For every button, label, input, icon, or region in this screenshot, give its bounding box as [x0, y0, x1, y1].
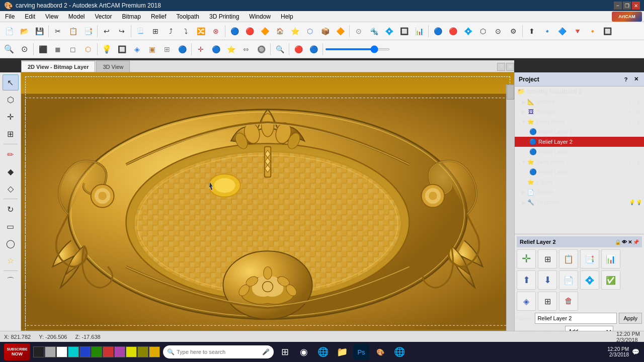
taskbar-search-btn[interactable]: ◉ [296, 344, 312, 360]
swatch-gray[interactable] [45, 346, 56, 357]
tb17[interactable]: ⊙ [352, 24, 366, 38]
tree-item-clipart[interactable]: ⭐ Clipart [515, 177, 644, 187]
transform-tool[interactable]: ✛ [3, 109, 19, 125]
menu-view[interactable]: View [40, 11, 63, 22]
taskbar-artcam-btn[interactable]: 🎨 [372, 344, 388, 360]
canvas-area[interactable] [21, 72, 514, 351]
tree-item-relief-layer[interactable]: 🔵 Relief Layer [515, 147, 644, 157]
taskbar-windows-btn[interactable]: ⊞ [277, 344, 293, 360]
tb23[interactable]: 🔴 [446, 24, 460, 38]
menu-window[interactable]: Window [244, 11, 276, 22]
relief-split-btn[interactable]: ⊞ [538, 292, 557, 311]
project-help-icon[interactable]: ? [622, 75, 630, 83]
tb15[interactable]: 📦 [318, 24, 332, 38]
relief-blank-btn[interactable]: 📄 [559, 270, 578, 290]
tb30[interactable]: 🔷 [555, 24, 569, 38]
solid-view-button[interactable]: ▣ [145, 42, 159, 56]
relief-pin-icon[interactable]: 📌 [633, 239, 639, 245]
relief-copy-btn[interactable]: 📋 [559, 249, 578, 268]
tb11[interactable]: 🔶 [258, 24, 272, 38]
scrollbar-vertical[interactable] [506, 84, 514, 351]
tb32[interactable]: 🔸 [585, 24, 599, 38]
view-top-button[interactable]: ⬛ [36, 42, 50, 56]
restore-button[interactable]: ❐ [623, 2, 631, 10]
swatch-yellow[interactable] [126, 346, 137, 357]
zoom-window-button[interactable]: 🔍 [2, 42, 16, 56]
tree-item-sheets[interactable]: ▶ 📄 Sheets [515, 187, 644, 197]
vectors-add-btn[interactable]: + [627, 98, 634, 105]
relief-flatten-btn[interactable]: 💠 [580, 270, 599, 290]
tb5[interactable]: ⤴ [164, 24, 178, 38]
tb29[interactable]: 🔹 [540, 24, 554, 38]
menu-help[interactable]: Help [276, 11, 298, 22]
tb9[interactable]: 🔵 [227, 24, 242, 38]
swatch-purple[interactable] [114, 346, 125, 357]
sculpt-tool[interactable]: ◆ [3, 163, 19, 179]
view-3d-button[interactable]: 🔲 [115, 42, 129, 56]
tree-item-back-relief[interactable]: ▼ ⭐ Back Relief + ⊞ [515, 157, 644, 167]
notification-icon[interactable]: 💬 [632, 348, 640, 356]
relief-delete-btn[interactable]: 🗑 [559, 292, 578, 311]
shade-button[interactable]: 🔵 [175, 42, 189, 56]
vectors-more-btn[interactable]: ⊞ [635, 98, 642, 105]
apply-button[interactable]: Apply [619, 313, 642, 324]
select3d-button[interactable]: ✛ [194, 42, 208, 56]
relief-select-btn[interactable]: ⊞ [538, 249, 557, 268]
relief-eye-icon[interactable]: 👁 [622, 239, 627, 245]
swatch-white[interactable] [56, 346, 67, 357]
tb33[interactable]: 🔲 [600, 24, 614, 38]
subscribe-badge[interactable]: SUBSCRIBE NOW [4, 343, 30, 360]
minimize-button[interactable]: − [614, 2, 622, 10]
relief-view-button[interactable]: ◈ [130, 42, 144, 56]
canvas-close-button[interactable]: ✕ [506, 63, 514, 71]
swatch-gold[interactable] [149, 346, 160, 357]
menu-vector[interactable]: Vector [90, 11, 117, 22]
tb31[interactable]: 🔻 [570, 24, 584, 38]
menu-3dprinting[interactable]: 3D Printing [204, 11, 244, 22]
toolpaths-action-2[interactable]: 💡 [636, 200, 642, 205]
orbit-button[interactable]: ⊙ [17, 42, 31, 56]
tb28[interactable]: ⬆ [525, 24, 539, 38]
symmetry-button[interactable]: ⇔ [239, 42, 253, 56]
view-iso-button[interactable]: ⬡ [81, 42, 95, 56]
select-tool[interactable]: ↖ [3, 74, 19, 90]
cut-button[interactable]: ✂ [51, 24, 65, 38]
mirror-button[interactable]: 🔘 [254, 42, 268, 56]
name-input[interactable] [535, 313, 617, 324]
swatch-black[interactable] [33, 346, 44, 357]
search-input[interactable] [177, 349, 260, 355]
taskbar-ps-btn[interactable]: Ps [353, 344, 369, 360]
taskbar-explorer-btn[interactable]: 📁 [334, 344, 350, 360]
tb16[interactable]: 🔶 [333, 24, 347, 38]
swatch-red[interactable] [103, 346, 114, 357]
taskbar-edge-btn[interactable]: 🌐 [315, 344, 331, 360]
tab-3dview[interactable]: 3D View [96, 61, 130, 72]
tb20[interactable]: 🔲 [397, 24, 411, 38]
render-button[interactable]: 🔴 [291, 42, 305, 56]
undo-button[interactable]: ↩ [100, 24, 114, 38]
taskbar-chrome-btn[interactable]: 🌐 [391, 344, 408, 360]
tab-2dview[interactable]: 2D View - Bitmap Layer [21, 61, 95, 72]
tb10[interactable]: 🔴 [243, 24, 257, 38]
view-side-button[interactable]: ◻ [66, 42, 80, 56]
bitmaps-add-btn[interactable]: + [627, 108, 634, 115]
menu-bitmap[interactable]: Bitmap [117, 11, 146, 22]
tb24[interactable]: 💠 [461, 24, 475, 38]
paste-button[interactable]: 📑 [81, 24, 95, 38]
wire-view-button[interactable]: ⊞ [160, 42, 174, 56]
tb22[interactable]: 🔵 [431, 24, 445, 38]
menu-toolpath[interactable]: Toolpath [172, 11, 204, 22]
node-tool[interactable]: ⬡ [3, 92, 19, 108]
tree-item-front-relief[interactable]: ▼ ⭐ Front Relief + ⊞ [515, 117, 644, 127]
canvas-minimize-button[interactable]: ? [497, 63, 505, 71]
slider-input[interactable] [325, 48, 390, 50]
tb18[interactable]: 🔩 [367, 24, 381, 38]
rect-tool[interactable]: ▭ [3, 218, 19, 234]
light-button[interactable]: 💡 [100, 42, 114, 56]
tb4[interactable]: ⊞ [148, 24, 163, 38]
tb8[interactable]: ⊗ [209, 24, 223, 38]
circle-tool[interactable]: ◯ [3, 235, 19, 251]
menu-file[interactable]: File [0, 11, 20, 22]
menu-model[interactable]: Model [63, 11, 90, 22]
tree-item-vectors[interactable]: ▶ 📐 Vectors + ⊞ [515, 97, 644, 107]
